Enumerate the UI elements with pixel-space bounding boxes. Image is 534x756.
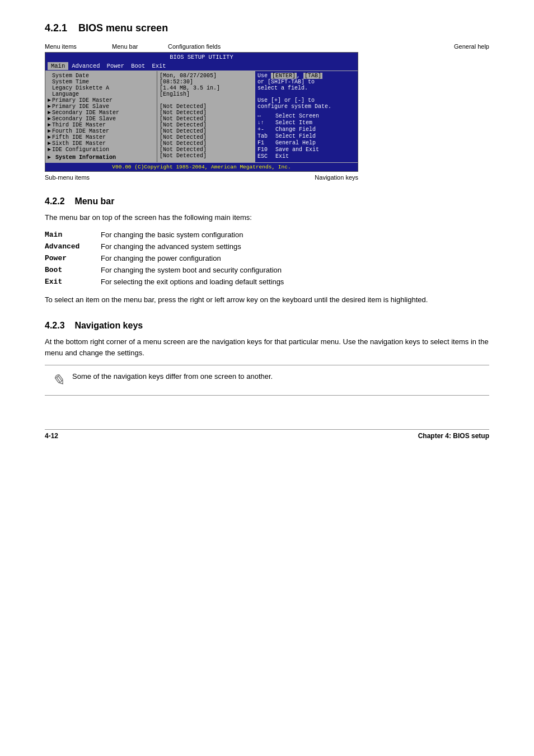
- list-item: ► System Information: [48, 154, 154, 161]
- label-navigation-keys: Navigation keys: [315, 174, 358, 181]
- section-421-title: BIOS menu screen: [78, 22, 168, 34]
- section-421-heading: 4.2.1 BIOS menu screen: [45, 22, 489, 34]
- help-text: Use [ENTER], [TAB]: [257, 73, 355, 79]
- note-box: ✎ Some of the navigation keys differ fro…: [45, 365, 489, 396]
- list-item: ► Primary IDE Slave: [48, 104, 154, 110]
- config-value: [Not Detected]: [160, 153, 253, 159]
- nav-row: F10 Save and Exit: [257, 147, 355, 153]
- config-value: [Not Detected]: [160, 134, 253, 140]
- nav-row: +- Change Field: [257, 126, 355, 133]
- table-row: Exit For selecting the exit options and …: [45, 276, 489, 288]
- menu-desc: For changing the system boot and securit…: [101, 264, 489, 276]
- section-423-number: 4.2.3: [45, 321, 65, 330]
- list-item: ► Primary IDE Master: [48, 97, 154, 104]
- list-item: ► Third IDE Master: [48, 122, 154, 128]
- bios-diagram: Menu items Menu bar Configuration fields…: [45, 43, 489, 181]
- section-423: 4.2.3 Navigation keys At the bottom righ…: [45, 321, 489, 396]
- list-item: ► Fifth IDE Master: [48, 134, 154, 140]
- bios-right-panel: Use [ENTER], [TAB] or [SHIFT-TAB] to sel…: [255, 71, 358, 162]
- list-item: ► Fourth IDE Master: [48, 128, 154, 134]
- menu-key: Exit: [45, 276, 101, 288]
- label-sub-menu-items: Sub-menu items: [45, 174, 90, 181]
- menu-desc: For changing the advanced system setting…: [101, 241, 489, 252]
- diagram-labels-row: Menu items Menu bar Configuration fields…: [45, 43, 489, 50]
- table-row: Main For changing the basic system confi…: [45, 229, 489, 241]
- label-menu-bar: Menu bar: [112, 43, 168, 50]
- list-item: ► Sixth IDE Master: [48, 140, 154, 147]
- section-422-note: To select an item on the menu bar, press…: [45, 294, 489, 306]
- help-text: configure system Date.: [257, 104, 355, 110]
- nav-row: Tab Select Field: [257, 133, 355, 139]
- menu-key: Advanced: [45, 241, 101, 252]
- section-422-title: Menu bar: [74, 196, 114, 206]
- bios-middle-panel: [Mon, 08/27/2005] [08:52:30] [1.44 MB, 3…: [157, 71, 255, 162]
- tab-advanced[interactable]: Advanced: [68, 62, 103, 70]
- list-item: Legacy Diskette A: [48, 85, 154, 91]
- label-config-fields: Configuration fields: [168, 43, 274, 50]
- section-422-heading: 4.2.2 Menu bar: [45, 196, 489, 206]
- nav-row: ↓↑ Select Item: [257, 120, 355, 126]
- nav-keys: ↔ Select Screen ↓↑ Select Item +- Change…: [257, 113, 355, 159]
- section-423-title: Navigation keys: [74, 321, 143, 330]
- list-item: Language: [48, 91, 154, 97]
- menu-key: Main: [45, 229, 101, 241]
- config-value: [160, 97, 253, 104]
- bios-title-bar: BIOS SETUP UTILITY: [45, 53, 358, 62]
- section-422: 4.2.2 Menu bar The menu bar on top of th…: [45, 196, 489, 305]
- note-text: Some of the navigation keys differ from …: [72, 371, 273, 382]
- bios-title-text: BIOS SETUP UTILITY: [170, 54, 233, 60]
- tab-power[interactable]: Power: [104, 62, 128, 70]
- list-item: System Date: [48, 73, 154, 79]
- list-item: ► Secondary IDE Slave: [48, 116, 154, 122]
- tab-main[interactable]: Main: [48, 62, 68, 70]
- footer-chapter: Chapter 4: BIOS setup: [418, 432, 489, 440]
- table-row: Boot For changing the system boot and se…: [45, 264, 489, 276]
- nav-row: F1 General Help: [257, 140, 355, 146]
- label-menu-items: Menu items: [45, 43, 112, 50]
- list-item: System Time: [48, 79, 154, 85]
- pencil-icon: ✎: [51, 371, 64, 389]
- nav-row: ESC Exit: [257, 153, 355, 159]
- config-value: [Not Detected]: [160, 110, 253, 116]
- tab-exit[interactable]: Exit: [148, 62, 169, 70]
- bios-menu-bar: Main Advanced Power Boot Exit: [45, 62, 358, 71]
- menu-key: Power: [45, 252, 101, 264]
- tab-boot[interactable]: Boot: [128, 62, 148, 70]
- list-item: ► Secondary IDE Master: [48, 110, 154, 116]
- config-value: [Not Detected]: [160, 140, 253, 147]
- section-421-number: 4.2.1: [45, 22, 67, 34]
- page-footer: 4-12 Chapter 4: BIOS setup: [45, 429, 489, 440]
- config-value: [1.44 MB, 3.5 in.]: [160, 85, 253, 91]
- config-value: [Not Detected]: [160, 104, 253, 110]
- table-row: Power For changing the power configurati…: [45, 252, 489, 264]
- config-value: [Not Detected]: [160, 122, 253, 128]
- menu-bar-table: Main For changing the basic system confi…: [45, 229, 489, 288]
- menu-desc: For changing the basic system configurat…: [101, 229, 489, 241]
- section-422-intro: The menu bar on top of the screen has th…: [45, 212, 489, 223]
- help-text: select a field.: [257, 85, 355, 91]
- config-value: [Mon, 08/27/2005]: [160, 73, 253, 79]
- footer-page-number: 4-12: [45, 432, 58, 440]
- menu-desc: For changing the power configuration: [101, 252, 489, 264]
- table-row: Advanced For changing the advanced syste…: [45, 241, 489, 252]
- bios-body: System Date System Time Legacy Diskette …: [45, 71, 358, 162]
- section-423-heading: 4.2.3 Navigation keys: [45, 321, 489, 331]
- config-value: [Not Detected]: [160, 128, 253, 134]
- menu-key: Boot: [45, 264, 101, 276]
- bios-screen: BIOS SETUP UTILITY Main Advanced Power B…: [45, 52, 358, 172]
- diagram-bottom-labels: Sub-menu items Navigation keys: [45, 174, 358, 181]
- bios-left-panel: System Date System Time Legacy Diskette …: [45, 71, 157, 162]
- bios-footer-text: V00.00 (C)Copyright 1985-2004, American …: [112, 164, 291, 170]
- menu-desc: For selecting the exit options and loadi…: [101, 276, 489, 288]
- help-text: [257, 91, 355, 97]
- config-value: [English]: [160, 91, 253, 97]
- config-value: [Not Detected]: [160, 116, 253, 122]
- config-value: [08:52:30]: [160, 79, 253, 85]
- list-item: ► IDE Configuration: [48, 147, 154, 153]
- bios-footer: V00.00 (C)Copyright 1985-2004, American …: [45, 162, 358, 171]
- section-422-number: 4.2.2: [45, 196, 65, 206]
- label-general-help: General help: [400, 43, 489, 50]
- config-value: [Not Detected]: [160, 147, 253, 153]
- section-423-intro: At the bottom right corner of a menu scr…: [45, 336, 489, 358]
- nav-row: ↔ Select Screen: [257, 113, 355, 119]
